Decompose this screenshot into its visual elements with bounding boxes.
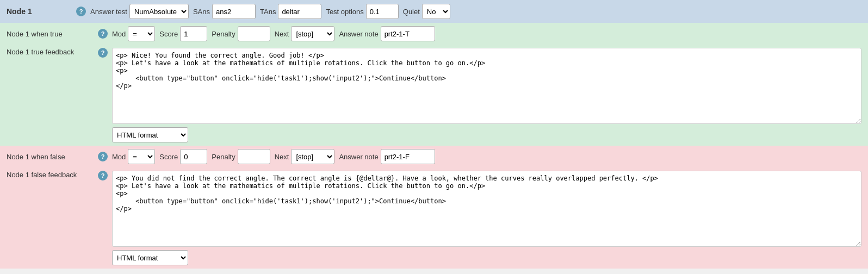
sans-label: SAns: [193, 8, 210, 16]
false-feedback-row: Node 1 false feedback ? <p> You did not …: [0, 167, 868, 269]
true-penalty-group: Penalty: [212, 26, 270, 41]
tans-group: TAns: [260, 4, 321, 19]
true-penalty-input[interactable]: [238, 26, 270, 41]
true-penalty-label: Penalty: [212, 30, 235, 38]
quiet-label: Quiet: [403, 8, 420, 16]
sans-group: SAns: [193, 4, 256, 19]
false-next-select[interactable]: [stop]: [291, 149, 334, 164]
test-options-label: Test options: [326, 8, 363, 16]
true-score-label: Score: [159, 30, 178, 38]
false-penalty-group: Penalty: [212, 149, 270, 164]
true-feedback-row: Node 1 true feedback ? <p> Nice! You fou…: [0, 45, 868, 146]
sans-input[interactable]: [212, 4, 256, 19]
tans-input[interactable]: [278, 4, 321, 19]
false-penalty-input[interactable]: [238, 149, 270, 164]
true-score-group: Score: [159, 26, 207, 41]
true-feedback-area: <p> Nice! You found the correct angle. G…: [112, 48, 861, 142]
true-answer-note-label: Answer note: [339, 30, 378, 38]
true-next-group: Next [stop]: [275, 26, 335, 41]
true-feedback-help-icon[interactable]: ?: [98, 48, 108, 58]
true-format-select[interactable]: HTML format: [112, 127, 188, 142]
false-mod-group: Mod =: [112, 149, 155, 164]
bottom-bar: Add another node: [0, 269, 868, 274]
true-help-icon[interactable]: ?: [98, 29, 108, 39]
true-feedback-label: Node 1 true feedback: [7, 48, 94, 56]
test-options-input[interactable]: [366, 4, 399, 19]
false-score-label: Score: [159, 153, 178, 161]
true-answer-note-input[interactable]: [381, 26, 435, 41]
false-format-select[interactable]: HTML format: [112, 250, 188, 265]
false-next-label: Next: [275, 153, 289, 161]
false-feedback-area: <p> You did not find the correct angle. …: [112, 171, 861, 265]
tans-label: TAns: [260, 8, 276, 16]
true-format-row: HTML format: [112, 127, 861, 142]
false-next-group: Next [stop]: [275, 149, 335, 164]
false-mod-select[interactable]: =: [128, 149, 155, 164]
quiet-group: Quiet No Yes: [403, 4, 450, 19]
false-answer-note-group: Answer note: [339, 149, 435, 164]
true-next-select[interactable]: [stop]: [291, 26, 334, 41]
node-header: Node 1 ? Answer test NumAbsolute SAns TA…: [0, 0, 868, 23]
true-when-label: Node 1 when true: [7, 30, 94, 38]
false-when-label: Node 1 when false: [7, 153, 94, 161]
false-answer-note-label: Answer note: [339, 153, 378, 161]
answer-test-group: Answer test NumAbsolute: [90, 4, 189, 19]
true-next-label: Next: [275, 30, 289, 38]
node-help-icon[interactable]: ?: [76, 7, 86, 16]
false-help-icon[interactable]: ?: [98, 152, 108, 161]
false-feedback-help-icon[interactable]: ?: [98, 171, 108, 180]
test-options-group: Test options: [326, 4, 398, 19]
true-feedback-textarea[interactable]: <p> Nice! You found the correct angle. G…: [112, 48, 861, 124]
true-score-input[interactable]: [180, 26, 207, 41]
false-answer-note-input[interactable]: [381, 149, 435, 164]
false-feedback-textarea[interactable]: <p> You did not find the correct angle. …: [112, 171, 861, 247]
false-when-row: Node 1 when false ? Mod = Score Penalty …: [0, 146, 868, 167]
false-format-row: HTML format: [112, 250, 861, 265]
true-mod-label: Mod: [112, 30, 126, 38]
false-mod-label: Mod: [112, 153, 126, 161]
false-penalty-label: Penalty: [212, 153, 235, 161]
quiet-select[interactable]: No Yes: [422, 4, 450, 19]
true-mod-group: Mod =: [112, 26, 155, 41]
node-title: Node 1: [7, 7, 72, 16]
false-feedback-label: Node 1 false feedback: [7, 171, 94, 179]
true-mod-select[interactable]: =: [128, 26, 155, 41]
answer-test-select[interactable]: NumAbsolute: [129, 4, 189, 19]
answer-test-label: Answer test: [90, 8, 127, 16]
false-score-group: Score: [159, 149, 207, 164]
false-score-input[interactable]: [180, 149, 207, 164]
page-wrapper: Node 1 ? Answer test NumAbsolute SAns TA…: [0, 0, 868, 274]
true-answer-note-group: Answer note: [339, 26, 435, 41]
true-when-row: Node 1 when true ? Mod = Score Penalty N…: [0, 23, 868, 45]
